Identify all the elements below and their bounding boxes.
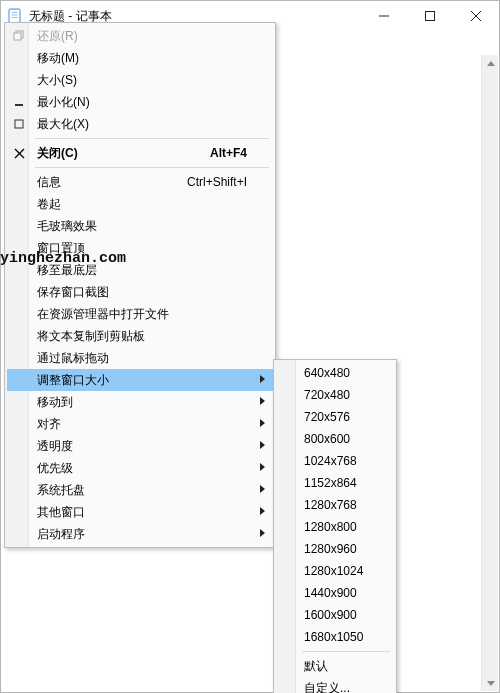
- minimize-icon: [11, 94, 27, 110]
- resize-option-720x480[interactable]: 720x480: [276, 384, 394, 406]
- resize-option-1280x768[interactable]: 1280x768: [276, 494, 394, 516]
- resize-option-1024x768[interactable]: 1024x768: [276, 450, 394, 472]
- maximize-button[interactable]: [407, 1, 453, 31]
- menu-separator: [7, 164, 273, 171]
- vertical-scrollbar[interactable]: [481, 55, 498, 691]
- scroll-up-button[interactable]: [482, 55, 499, 72]
- menu-item-align[interactable]: 对齐: [7, 413, 273, 435]
- menu-item-minimize[interactable]: 最小化(N): [7, 91, 273, 113]
- menu-item-always-on-top[interactable]: 窗口置顶: [7, 237, 273, 259]
- submenu-arrow-icon: [260, 419, 265, 427]
- submenu-arrow-icon: [260, 375, 265, 383]
- resize-option-default[interactable]: 默认: [276, 655, 394, 677]
- menu-item-maximize[interactable]: 最大化(X): [7, 113, 273, 135]
- menu-separator: [276, 648, 394, 655]
- resize-option-1280x1024[interactable]: 1280x1024: [276, 560, 394, 582]
- system-context-menu: 还原(R) 移动(M) 大小(S) 最小化(N) 最大化(X) 关闭(C) Al…: [4, 22, 276, 548]
- menu-separator: [7, 135, 273, 142]
- svg-rect-11: [15, 120, 23, 128]
- menu-item-other-windows[interactable]: 其他窗口: [7, 501, 273, 523]
- menu-item-system-tray[interactable]: 系统托盘: [7, 479, 273, 501]
- menu-item-move[interactable]: 移动(M): [7, 47, 273, 69]
- menu-item-priority[interactable]: 优先级: [7, 457, 273, 479]
- resize-option-1280x800[interactable]: 1280x800: [276, 516, 394, 538]
- menu-item-size[interactable]: 大小(S): [7, 69, 273, 91]
- close-button[interactable]: [453, 1, 499, 31]
- resize-option-1280x960[interactable]: 1280x960: [276, 538, 394, 560]
- menu-item-transparency[interactable]: 透明度: [7, 435, 273, 457]
- menu-item-info[interactable]: 信息 Ctrl+Shift+I: [7, 171, 273, 193]
- maximize-icon: [11, 116, 27, 132]
- svg-rect-9: [14, 33, 21, 40]
- submenu-arrow-icon: [260, 397, 265, 405]
- resize-option-640x480[interactable]: 640x480: [276, 362, 394, 384]
- menu-item-restore[interactable]: 还原(R): [7, 25, 273, 47]
- menu-item-open-in-explorer[interactable]: 在资源管理器中打开文件: [7, 303, 273, 325]
- resize-option-720x576[interactable]: 720x576: [276, 406, 394, 428]
- menu-item-send-to-bottom[interactable]: 移至最底层: [7, 259, 273, 281]
- menu-item-start-program[interactable]: 启动程序: [7, 523, 273, 545]
- menu-item-aeroglass[interactable]: 毛玻璃效果: [7, 215, 273, 237]
- resize-option-custom[interactable]: 自定义...: [276, 677, 394, 693]
- resize-option-1440x900[interactable]: 1440x900: [276, 582, 394, 604]
- svg-rect-5: [426, 12, 435, 21]
- menu-item-resize-window[interactable]: 调整窗口大小: [7, 369, 273, 391]
- menu-item-rollup[interactable]: 卷起: [7, 193, 273, 215]
- svg-rect-0: [9, 9, 20, 23]
- submenu-arrow-icon: [260, 441, 265, 449]
- menu-item-close[interactable]: 关闭(C) Alt+F4: [7, 142, 273, 164]
- menu-item-save-screenshot[interactable]: 保存窗口截图: [7, 281, 273, 303]
- resize-option-1680x1050[interactable]: 1680x1050: [276, 626, 394, 648]
- close-icon: [11, 145, 27, 161]
- submenu-arrow-icon: [260, 529, 265, 537]
- submenu-arrow-icon: [260, 463, 265, 471]
- resize-submenu: 640x480 720x480 720x576 800x600 1024x768…: [273, 359, 397, 693]
- scroll-down-button[interactable]: [482, 674, 499, 691]
- resize-option-1600x900[interactable]: 1600x900: [276, 604, 394, 626]
- menu-item-drag-by-mouse[interactable]: 通过鼠标拖动: [7, 347, 273, 369]
- submenu-arrow-icon: [260, 485, 265, 493]
- menu-item-copy-text-to-clipboard[interactable]: 将文本复制到剪贴板: [7, 325, 273, 347]
- submenu-arrow-icon: [260, 507, 265, 515]
- resize-option-800x600[interactable]: 800x600: [276, 428, 394, 450]
- resize-option-1152x864[interactable]: 1152x864: [276, 472, 394, 494]
- menu-item-move-to[interactable]: 移动到: [7, 391, 273, 413]
- minimize-button[interactable]: [361, 1, 407, 31]
- restore-icon: [11, 28, 27, 44]
